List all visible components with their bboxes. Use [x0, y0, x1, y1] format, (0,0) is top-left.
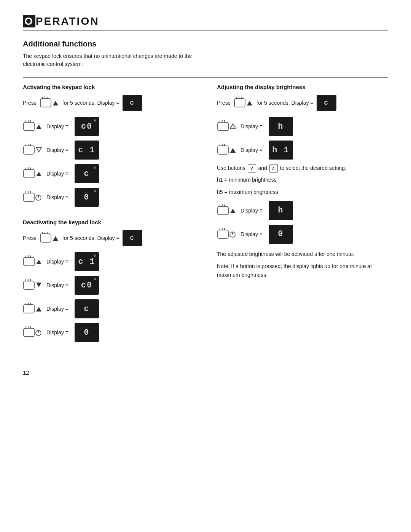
deactivate-step-1: Display = ⊕ c 1 — [23, 252, 194, 271]
deactivate-step2-label: Display = — [46, 282, 68, 288]
svg-marker-30 — [53, 236, 58, 241]
brightness-step2-icon — [217, 142, 237, 158]
svg-rect-41 — [24, 305, 34, 313]
brightness-final-step-1: Display = h — [217, 201, 388, 220]
brightness-final2-label: Display = — [241, 231, 263, 237]
svg-rect-57 — [218, 122, 228, 131]
activate-press-suffix: for 5 seconds. Display = — [62, 100, 119, 106]
activate-step2-icon — [23, 142, 43, 158]
svg-rect-15 — [24, 169, 34, 178]
down-button-inline: ∨ — [248, 164, 256, 173]
svg-rect-52 — [234, 99, 245, 107]
brightness-title: Adjusting the display brightness — [217, 84, 388, 90]
svg-rect-0 — [40, 99, 51, 107]
brightness-step1-label: Display = — [241, 123, 263, 129]
brightness-step1-display: h — [269, 117, 293, 136]
right-column: Adjusting the display brightness Press f… — [217, 84, 388, 283]
svg-rect-5 — [24, 122, 34, 131]
activate-step-4: Display = ⊕ 0 — [23, 188, 194, 207]
svg-marker-40 — [36, 283, 41, 287]
brightness-step-2: Display = h 1 — [217, 141, 388, 160]
deactivate-step-4: Display = 0 — [23, 323, 194, 342]
activate-step-3: Display = ⊕ c — [23, 164, 194, 183]
activate-initial-display: c — [123, 95, 142, 111]
activate-press-text: Press — [23, 100, 37, 106]
use-buttons-text: Use buttons — [217, 165, 245, 171]
svg-marker-61 — [230, 124, 236, 128]
svg-rect-31 — [24, 257, 34, 266]
svg-marker-19 — [36, 172, 41, 176]
left-column: Activating the keypad lock Press — [23, 84, 194, 347]
svg-marker-71 — [230, 209, 236, 213]
brightness-info1: h1 = minimum brightness — [217, 176, 388, 184]
svg-rect-20 — [24, 193, 34, 201]
deactivate-step3-display: c — [75, 299, 99, 318]
deactivate-step4-display: 0 — [75, 323, 99, 342]
deactivate-press-button-icon — [40, 230, 59, 246]
brightness-press-button-icon — [234, 95, 253, 111]
activate-step4-label: Display = — [46, 194, 68, 200]
deactivate-step-3: Display = c — [23, 299, 194, 318]
deactivate-step1-label: Display = — [46, 259, 68, 265]
brightness-final1-display: h — [269, 201, 293, 220]
deactivate-step-2: Display = ⊕ c0 — [23, 276, 194, 295]
brightness-final-step-2: Display = 0 — [217, 225, 388, 244]
svg-rect-10 — [24, 146, 34, 154]
svg-rect-72 — [218, 230, 228, 238]
brightness-note1: The adjusted brightness will be activate… — [217, 250, 388, 258]
section-title: Additional functions — [23, 40, 388, 48]
activate-step1-display: ⊕ c0 — [75, 117, 99, 136]
brightness-press-row: Press for 5 seconds. Display = c — [217, 95, 388, 111]
brightness-step1-icon — [217, 118, 237, 134]
deactivate-title: Deactivating the keypad lock — [23, 219, 194, 225]
brightness-step-1: Display = h — [217, 117, 388, 136]
to-text: to select the desired setting. — [280, 165, 346, 171]
deactivate-press-suffix: for 5 seconds. Display = — [62, 235, 119, 241]
svg-marker-56 — [247, 101, 252, 105]
brightness-final2-display: 0 — [269, 225, 293, 244]
svg-rect-26 — [40, 234, 51, 242]
deactivate-step1-display: ⊕ c 1 — [75, 252, 99, 271]
deactivate-press-row: Press for 5 seconds. Display = c — [23, 230, 194, 246]
activate-step3-icon — [23, 166, 43, 182]
brightness-press-suffix: for 5 seconds. Display = — [256, 100, 314, 106]
svg-marker-14 — [36, 147, 41, 152]
activate-step3-label: Display = — [46, 171, 68, 177]
brightness-section: Adjusting the display brightness Press f… — [217, 84, 388, 279]
deactivate-step4-label: Display = — [46, 329, 68, 335]
deactivate-section: Deactivating the keypad lock Press for 5… — [23, 219, 194, 342]
brightness-step2-display: h 1 — [269, 141, 293, 160]
activate-step-1: Display = ⊕ c0 — [23, 117, 194, 136]
svg-marker-9 — [36, 125, 41, 129]
svg-marker-66 — [230, 148, 236, 153]
brightness-final1-label: Display = — [241, 208, 263, 214]
activate-step4-icon — [23, 189, 43, 205]
activate-step3-display: ⊕ c — [75, 164, 99, 183]
svg-marker-4 — [53, 101, 58, 105]
section-desc: The keypad lock ensures that no unintent… — [23, 52, 206, 68]
deactivate-step2-icon — [23, 277, 43, 293]
up-button-inline: ∧ — [269, 164, 278, 173]
brightness-final1-icon — [217, 203, 237, 219]
activate-step1-label: Display = — [46, 123, 68, 129]
deactivate-initial-display: c — [123, 230, 142, 246]
svg-rect-67 — [218, 206, 228, 215]
page-number: 12 — [23, 369, 29, 376]
activate-section: Activating the keypad lock Press — [23, 84, 194, 207]
svg-rect-46 — [24, 328, 34, 337]
brightness-info2: h5 = maximum brightness — [217, 188, 388, 196]
deactivate-step1-icon — [23, 254, 43, 270]
brightness-final2-icon — [217, 226, 237, 242]
activate-step2-label: Display = — [46, 147, 68, 153]
brightness-note2: Note: If a button is pressed, the displa… — [217, 262, 388, 279]
title-drop-cap: O — [23, 15, 35, 27]
brightness-step2-label: Display = — [241, 147, 263, 153]
activate-press-button-icon — [40, 95, 59, 111]
deactivate-press-text: Press — [23, 235, 37, 241]
deactivate-step4-icon — [23, 324, 43, 340]
activate-step1-icon — [23, 118, 43, 134]
page-title: OPERATION — [23, 15, 388, 30]
deactivate-step3-label: Display = — [46, 306, 68, 312]
main-content: Activating the keypad lock Press — [23, 84, 388, 347]
svg-marker-45 — [36, 307, 41, 312]
